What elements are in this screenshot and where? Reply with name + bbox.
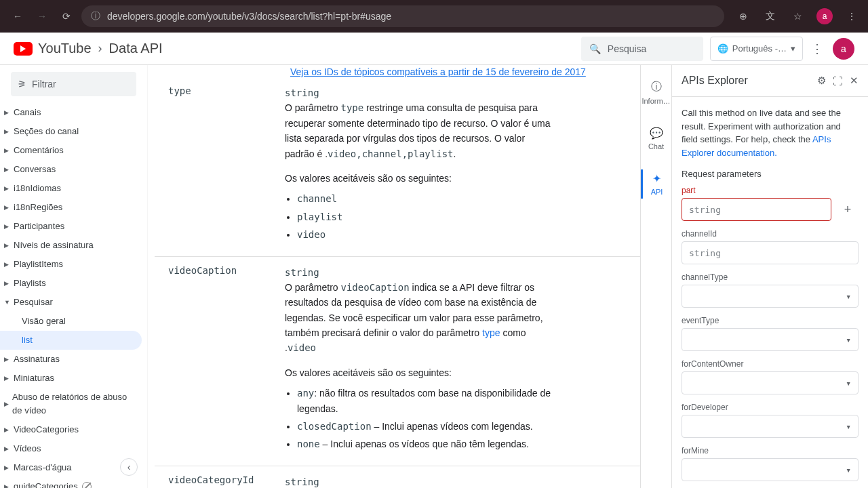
info-label: Inform… [642, 97, 670, 105]
install-app-icon[interactable]: ⊕ [735, 8, 751, 24]
explorer-param-field: forDeveloper▾ [682, 403, 859, 438]
sidebar-item[interactable]: ▶i18nIdiomas [0, 179, 147, 198]
expand-arrow-icon: ▶ [4, 423, 12, 436]
sidebar-item[interactable]: ▶Participantes [0, 217, 147, 236]
more-menu-icon[interactable]: ⋮ [811, 41, 823, 56]
explorer-param-field: channelType▾ [682, 272, 859, 308]
search-placeholder: Pesquisa [608, 43, 647, 54]
expand-arrow-icon: ▶ [4, 371, 12, 385]
close-icon[interactable]: ✕ [850, 75, 859, 87]
explorer-title: APIs Explorer [682, 75, 810, 87]
avatar[interactable]: a [833, 38, 854, 60]
param-desc-cell: stringO parâmetro videoCaption indica se… [285, 257, 576, 466]
chevron-down-icon: ▾ [846, 335, 851, 345]
chat-tab[interactable]: 💬 Chat [641, 124, 671, 153]
fullscreen-icon[interactable]: ⛶ [833, 75, 843, 87]
explorer-param-select[interactable]: ▾ [682, 328, 859, 351]
sidebar-item[interactable]: ▼Pesquisar [0, 293, 147, 312]
param-name-cell: videoCaption [155, 257, 285, 466]
collapse-sidebar-button[interactable]: ‹ [120, 458, 138, 476]
explorer-param-field: channelIdstring [682, 229, 859, 264]
param-row: videoCaptionstringO parâmetro videoCapti… [155, 256, 640, 466]
profile-avatar-chrome[interactable]: a [816, 8, 833, 24]
filter-placeholder: Filtrar [32, 79, 56, 89]
param-name-code: type [168, 85, 191, 96]
logo[interactable]: YouTube [14, 41, 92, 56]
explorer-param-input[interactable]: string [682, 198, 831, 221]
url-bar[interactable]: ⓘ developers.google.com/youtube/v3/docs/… [81, 5, 724, 27]
expand-arrow-icon: ▶ [4, 201, 12, 214]
sidebar-item[interactable]: ▶guideCategories [0, 477, 147, 488]
expand-arrow-icon: ▶ [4, 480, 12, 488]
expand-arrow-icon: ▶ [4, 461, 12, 474]
explorer-param-input[interactable]: string [682, 241, 859, 264]
sidebar-item[interactable]: ▶Conversas [0, 160, 147, 179]
refresh-button[interactable]: ⟳ [57, 7, 76, 26]
chevron-down-icon: ▾ [846, 291, 851, 302]
add-param-button[interactable]: + [837, 199, 859, 220]
sidebar-item[interactable]: ▶Playlists [0, 274, 147, 293]
param-name-code: videoCategoryId [168, 474, 254, 485]
sidebar-item[interactable]: ▶Níveis de assinatura [0, 236, 147, 255]
sidebar-item-label: Miniaturas [14, 371, 54, 385]
expand-arrow-icon: ▶ [4, 182, 12, 195]
sidebar-item-label: list [22, 333, 33, 347]
inline-link[interactable]: type [482, 327, 500, 338]
url-text: developers.google.com/youtube/v3/docs/se… [107, 11, 391, 22]
api-icon: ✦ [652, 172, 661, 185]
bookmark-icon[interactable]: ☆ [789, 8, 806, 24]
sidebar-item[interactable]: ▶Miniaturas [0, 369, 147, 388]
explorer-param-label: part [682, 186, 859, 195]
language-select[interactable]: 🌐 Português -… ▾ [710, 37, 803, 61]
search-input[interactable]: 🔍 Pesquisa [581, 37, 703, 61]
sidebar-item[interactable]: ▶Vídeos [0, 439, 147, 458]
sidebar-item[interactable]: ▶Canais [0, 103, 147, 122]
sidebar-item-label: Comentários [14, 144, 64, 157]
explorer-param-select[interactable]: ▾ [682, 371, 859, 394]
param-desc-cell: stringO parâmetro videoCategoryId filtra… [285, 466, 576, 488]
info-tab[interactable]: ⓘ Inform… [641, 77, 671, 108]
sidebar-item[interactable]: ▶i18nRegiões [0, 198, 147, 217]
sidebar-item[interactable]: Visão geral [0, 312, 147, 331]
explorer-param-select[interactable]: ▾ [682, 415, 859, 438]
sidebar-item[interactable]: ▶Abuso de relatórios de abuso de vídeo [0, 388, 147, 420]
sidebar-item[interactable]: ▶Assinaturas [0, 350, 147, 369]
translate-icon[interactable]: 文 [762, 8, 778, 24]
sidebar-item-label: PlaylistItems [14, 258, 63, 271]
chrome-menu-icon[interactable]: ⋮ [844, 8, 860, 24]
gear-icon[interactable]: ⚙ [817, 75, 826, 87]
api-tab[interactable]: ✦ API [641, 169, 671, 199]
expand-arrow-icon: ▶ [4, 125, 12, 138]
explorer-param-select[interactable]: ▾ [682, 285, 859, 308]
sidebar-item[interactable]: ▶Seções do canal [0, 122, 147, 141]
sidebar-item[interactable]: list [0, 331, 142, 350]
forward-button[interactable]: → [33, 7, 52, 26]
sidebar-item[interactable]: ▶Comentários [0, 141, 147, 160]
explorer-param-field: forMine▾ [682, 446, 859, 481]
expand-arrow-icon: ▶ [4, 352, 12, 366]
explorer-param-label: channelId [682, 229, 859, 239]
expand-arrow-icon: ▶ [4, 144, 12, 157]
chevron-down-icon: ▾ [846, 378, 851, 388]
param-name-code: videoCaption [168, 265, 237, 276]
sidebar-item-label: Participantes [14, 220, 64, 233]
chat-icon: 💬 [650, 127, 663, 140]
sidebar-item-label: Seções do canal [14, 125, 79, 138]
back-button[interactable]: ← [8, 7, 27, 26]
expand-arrow-icon: ▶ [4, 258, 12, 271]
explorer-param-select[interactable]: ▾ [682, 458, 859, 481]
sidebar-item[interactable]: ▶VideoCategories [0, 420, 147, 439]
explorer-param-field: eventType▾ [682, 316, 859, 351]
sidebar-item-label: Conversas [14, 163, 56, 176]
sidebar-item-label: i18nRegiões [14, 201, 62, 214]
page-title[interactable]: Data API [109, 41, 163, 56]
explorer-param-label: eventType [682, 316, 859, 325]
youtube-icon [14, 42, 33, 56]
filter-input[interactable]: ⚞ Filtrar [11, 72, 136, 96]
site-info-icon: ⓘ [91, 10, 100, 22]
chevron-down-icon: ▾ [846, 465, 851, 475]
language-label: Português -… [732, 43, 787, 54]
sidebar-item[interactable]: ▶PlaylistItems [0, 255, 147, 274]
sidebar-item-label: Pesquisar [14, 296, 53, 309]
expand-arrow-icon: ▶ [4, 106, 12, 119]
